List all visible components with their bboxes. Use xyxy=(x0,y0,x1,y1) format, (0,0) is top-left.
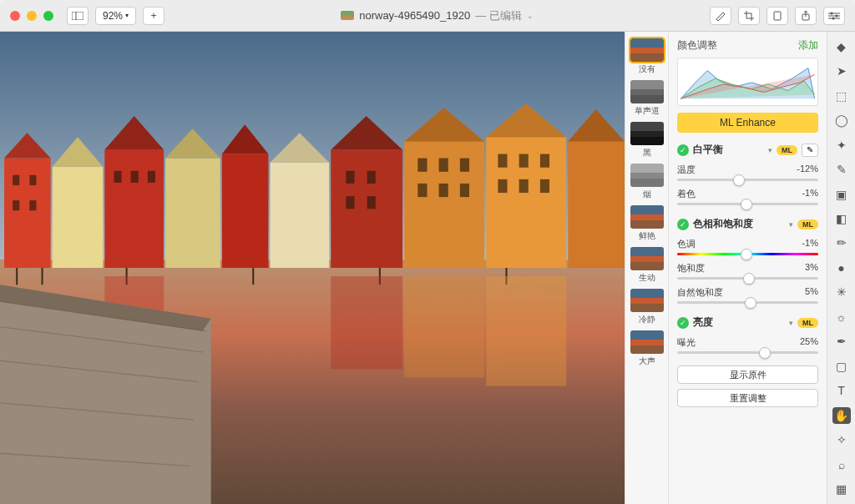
preset-黑[interactable]: 黑 xyxy=(630,122,664,159)
slider-track[interactable] xyxy=(677,351,818,354)
svg-rect-34 xyxy=(13,200,19,210)
lasso-icon[interactable]: ◯ xyxy=(832,112,851,128)
preset-label: 生动 xyxy=(630,272,664,284)
slider-handle[interactable] xyxy=(733,174,745,186)
brush-icon[interactable]: ✎ xyxy=(832,161,851,177)
check-icon[interactable]: ✓ xyxy=(677,144,689,156)
svg-rect-0 xyxy=(72,12,83,20)
chevron-down-icon: ▾ xyxy=(789,319,793,327)
preset-没有[interactable]: 没有 xyxy=(630,38,664,75)
hand-icon[interactable]: ✋ xyxy=(832,407,851,423)
arrow-icon[interactable]: ➤ xyxy=(832,63,851,78)
svg-rect-47 xyxy=(439,184,448,197)
reset-button[interactable]: 重置调整 xyxy=(677,389,818,407)
preset-生动[interactable]: 生动 xyxy=(630,247,664,284)
pen-icon[interactable]: ✏ xyxy=(832,235,851,251)
slider-handle[interactable] xyxy=(741,249,752,260)
bucket-icon[interactable]: ▣ xyxy=(832,186,851,202)
light-icon[interactable]: ☼ xyxy=(832,309,851,325)
slider-track[interactable] xyxy=(677,253,818,255)
preset-label: 没有 xyxy=(630,63,664,75)
check-icon[interactable]: ✓ xyxy=(677,219,689,230)
retouch-button[interactable] xyxy=(710,7,731,25)
text-icon[interactable]: T xyxy=(832,383,851,399)
section-hue-sat: ✓ 色相和饱和度 ▾ ML 色调-1% 饱和度3% 自然饱和度5% xyxy=(677,217,818,304)
svg-rect-22 xyxy=(270,163,329,268)
ml-enhance-button[interactable]: ML Enhance xyxy=(677,113,818,133)
eyedropper-icon[interactable]: ✎ xyxy=(802,144,818,157)
slider-track[interactable] xyxy=(677,203,818,205)
show-original-button[interactable]: 显示原件 xyxy=(677,365,818,384)
smudge-icon[interactable]: ● xyxy=(832,260,851,275)
svg-rect-37 xyxy=(131,171,139,183)
svg-rect-49 xyxy=(498,154,507,168)
preset-thumb xyxy=(630,164,664,187)
zoom-select[interactable]: 92% ▾ xyxy=(95,7,136,25)
crop-button[interactable] xyxy=(738,7,760,25)
slider-handle[interactable] xyxy=(741,199,752,210)
svg-rect-2 xyxy=(774,12,781,20)
slider-handle[interactable] xyxy=(759,347,771,359)
sidebar-toggle-button[interactable] xyxy=(67,7,89,25)
svg-point-5 xyxy=(831,12,833,14)
preset-大声[interactable]: 大声 xyxy=(630,330,664,367)
svg-rect-40 xyxy=(367,171,376,184)
svg-rect-32 xyxy=(13,175,19,185)
marquee-icon[interactable]: ⬚ xyxy=(832,88,851,103)
svg-rect-20 xyxy=(222,154,269,268)
preset-烟[interactable]: 烟 xyxy=(630,164,664,200)
fullscreen-icon[interactable] xyxy=(43,11,53,21)
svg-point-7 xyxy=(836,14,838,17)
shape-icon[interactable]: ▢ xyxy=(832,358,851,374)
slider-label: 着色 xyxy=(677,188,696,200)
format-button[interactable] xyxy=(766,7,788,25)
window-controls xyxy=(10,11,53,21)
close-icon[interactable] xyxy=(10,11,20,21)
chevron-down-icon: ▾ xyxy=(768,146,772,154)
slider-track[interactable] xyxy=(677,179,818,181)
share-button[interactable] xyxy=(795,7,817,25)
eraser-icon[interactable]: ◧ xyxy=(832,210,851,226)
preset-冷静[interactable]: 冷静 xyxy=(630,289,664,325)
dropper-icon[interactable]: ✒ xyxy=(832,334,851,350)
svg-rect-24 xyxy=(331,149,402,268)
slider-handle[interactable] xyxy=(743,273,755,285)
check-icon[interactable]: ✓ xyxy=(677,317,689,329)
wand-icon[interactable]: ✦ xyxy=(832,137,851,153)
preset-单声道[interactable]: 单声道 xyxy=(630,80,664,117)
slider-label: 饱和度 xyxy=(677,262,705,275)
svg-rect-50 xyxy=(519,154,529,168)
edited-label: — 已编辑 xyxy=(475,8,522,23)
slider-温度: 温度-12% xyxy=(677,164,818,181)
slider-handle[interactable] xyxy=(745,297,756,309)
svg-rect-53 xyxy=(519,179,529,193)
sharpen-icon[interactable]: ✳ xyxy=(832,285,851,300)
preset-label: 黑 xyxy=(630,147,664,159)
add-button[interactable]: ＋ xyxy=(143,7,164,25)
image-canvas[interactable] xyxy=(0,32,625,504)
svg-rect-41 xyxy=(346,196,354,209)
svg-rect-46 xyxy=(417,184,427,197)
svg-rect-18 xyxy=(165,159,220,268)
minimize-icon[interactable] xyxy=(27,11,37,21)
zoom-icon[interactable]: ⌕ xyxy=(832,456,851,472)
svg-rect-52 xyxy=(498,179,507,193)
section-header[interactable]: ✓ 色相和饱和度 ▾ ML xyxy=(677,217,818,231)
svg-rect-12 xyxy=(4,159,51,268)
section-header[interactable]: ✓ 白平衡 ▾ ML✎ xyxy=(677,143,818,157)
svg-rect-42 xyxy=(367,196,376,209)
preset-label: 单声道 xyxy=(630,105,664,117)
adjustments-button[interactable] xyxy=(823,7,845,25)
star-icon[interactable]: ✧ xyxy=(832,432,851,448)
preset-鲜艳[interactable]: 鲜艳 xyxy=(630,205,664,242)
slider-track[interactable] xyxy=(677,301,818,304)
section-title: 亮度 xyxy=(693,315,785,330)
preset-thumb xyxy=(630,330,664,354)
add-adjustment-link[interactable]: 添加 xyxy=(798,38,818,53)
slider-track[interactable] xyxy=(677,277,818,280)
preset-thumb xyxy=(630,38,664,62)
svg-rect-39 xyxy=(346,171,354,184)
section-header[interactable]: ✓ 亮度 ▾ ML xyxy=(677,315,818,330)
pointer-icon[interactable]: ◆ xyxy=(832,38,851,54)
swatch-icon[interactable]: ▦ xyxy=(832,481,851,496)
